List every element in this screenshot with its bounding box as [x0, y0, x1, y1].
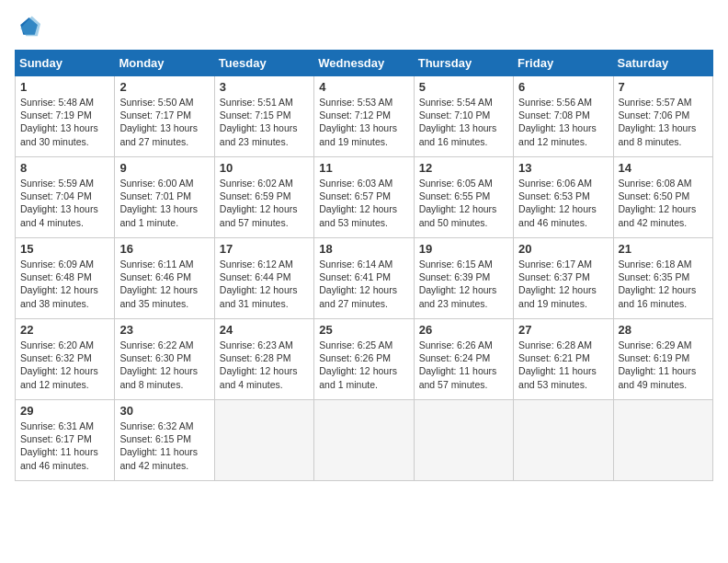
- calendar-header-row: SundayMondayTuesdayWednesdayThursdayFrid…: [16, 51, 713, 76]
- week-row-5: 29Sunrise: 6:31 AM Sunset: 6:17 PM Dayli…: [16, 400, 713, 481]
- empty-cell: [414, 400, 513, 481]
- logo-icon: [15, 15, 40, 40]
- day-number: 16: [119, 242, 209, 256]
- day-number: 17: [220, 242, 309, 256]
- day-number: 27: [518, 323, 608, 337]
- empty-cell: [214, 400, 313, 481]
- day-header-sunday: Sunday: [16, 51, 115, 76]
- day-info: Sunrise: 5:59 AM Sunset: 7:04 PM Dayligh…: [20, 177, 109, 229]
- logo: [15, 15, 44, 40]
- day-info: Sunrise: 6:05 AM Sunset: 6:55 PM Dayligh…: [419, 177, 508, 229]
- day-info: Sunrise: 5:56 AM Sunset: 7:08 PM Dayligh…: [518, 96, 608, 148]
- day-number: 26: [419, 323, 508, 337]
- day-info: Sunrise: 6:25 AM Sunset: 6:26 PM Dayligh…: [319, 339, 408, 391]
- day-cell-28: 28Sunrise: 6:29 AM Sunset: 6:19 PM Dayli…: [613, 319, 712, 400]
- day-info: Sunrise: 5:53 AM Sunset: 7:12 PM Dayligh…: [319, 96, 408, 148]
- day-number: 21: [619, 242, 708, 256]
- day-cell-14: 14Sunrise: 6:08 AM Sunset: 6:50 PM Dayli…: [613, 157, 712, 238]
- day-number: 30: [119, 404, 209, 418]
- day-header-thursday: Thursday: [414, 51, 513, 76]
- week-row-3: 15Sunrise: 6:09 AM Sunset: 6:48 PM Dayli…: [16, 238, 713, 319]
- day-number: 22: [20, 323, 109, 337]
- day-number: 20: [518, 242, 608, 256]
- day-header-friday: Friday: [514, 51, 613, 76]
- day-info: Sunrise: 6:32 AM Sunset: 6:15 PM Dayligh…: [119, 419, 209, 472]
- day-cell-29: 29Sunrise: 6:31 AM Sunset: 6:17 PM Dayli…: [16, 400, 115, 481]
- day-info: Sunrise: 5:57 AM Sunset: 7:06 PM Dayligh…: [619, 96, 708, 148]
- empty-cell: [613, 400, 712, 481]
- day-info: Sunrise: 5:48 AM Sunset: 7:19 PM Dayligh…: [20, 96, 109, 148]
- day-info: Sunrise: 6:22 AM Sunset: 6:30 PM Dayligh…: [119, 339, 209, 391]
- day-header-wednesday: Wednesday: [314, 51, 414, 76]
- day-cell-17: 17Sunrise: 6:12 AM Sunset: 6:44 PM Dayli…: [214, 238, 313, 319]
- day-header-saturday: Saturday: [613, 51, 712, 76]
- day-info: Sunrise: 6:18 AM Sunset: 6:35 PM Dayligh…: [619, 258, 708, 310]
- day-number: 13: [518, 161, 608, 175]
- day-number: 9: [119, 161, 209, 175]
- day-number: 5: [419, 80, 508, 94]
- day-info: Sunrise: 6:29 AM Sunset: 6:19 PM Dayligh…: [619, 339, 708, 391]
- day-cell-11: 11Sunrise: 6:03 AM Sunset: 6:57 PM Dayli…: [314, 157, 414, 238]
- day-number: 3: [220, 80, 309, 94]
- day-cell-4: 4Sunrise: 5:53 AM Sunset: 7:12 PM Daylig…: [314, 76, 414, 157]
- day-number: 29: [20, 404, 109, 418]
- day-cell-3: 3Sunrise: 5:51 AM Sunset: 7:15 PM Daylig…: [214, 76, 313, 157]
- day-info: Sunrise: 6:14 AM Sunset: 6:41 PM Dayligh…: [319, 258, 408, 310]
- day-cell-10: 10Sunrise: 6:02 AM Sunset: 6:59 PM Dayli…: [214, 157, 313, 238]
- day-info: Sunrise: 6:08 AM Sunset: 6:50 PM Dayligh…: [619, 177, 708, 229]
- week-row-4: 22Sunrise: 6:20 AM Sunset: 6:32 PM Dayli…: [16, 319, 713, 400]
- day-number: 19: [419, 242, 508, 256]
- day-info: Sunrise: 5:54 AM Sunset: 7:10 PM Dayligh…: [419, 96, 508, 148]
- day-cell-22: 22Sunrise: 6:20 AM Sunset: 6:32 PM Dayli…: [16, 319, 115, 400]
- day-number: 11: [319, 161, 408, 175]
- day-info: Sunrise: 6:11 AM Sunset: 6:46 PM Dayligh…: [119, 258, 209, 310]
- day-number: 25: [319, 323, 408, 337]
- day-number: 14: [619, 161, 708, 175]
- day-number: 2: [119, 80, 209, 94]
- empty-cell: [314, 400, 414, 481]
- day-cell-25: 25Sunrise: 6:25 AM Sunset: 6:26 PM Dayli…: [314, 319, 414, 400]
- day-info: Sunrise: 6:15 AM Sunset: 6:39 PM Dayligh…: [419, 258, 508, 310]
- day-number: 10: [220, 161, 309, 175]
- day-cell-8: 8Sunrise: 5:59 AM Sunset: 7:04 PM Daylig…: [16, 157, 115, 238]
- page-header: [15, 15, 713, 40]
- day-header-tuesday: Tuesday: [214, 51, 313, 76]
- day-info: Sunrise: 6:06 AM Sunset: 6:53 PM Dayligh…: [518, 177, 608, 229]
- day-info: Sunrise: 6:12 AM Sunset: 6:44 PM Dayligh…: [220, 258, 309, 310]
- day-cell-15: 15Sunrise: 6:09 AM Sunset: 6:48 PM Dayli…: [16, 238, 115, 319]
- day-number: 12: [419, 161, 508, 175]
- day-cell-12: 12Sunrise: 6:05 AM Sunset: 6:55 PM Dayli…: [414, 157, 513, 238]
- day-header-monday: Monday: [115, 51, 214, 76]
- day-info: Sunrise: 6:28 AM Sunset: 6:21 PM Dayligh…: [518, 339, 608, 391]
- day-number: 28: [619, 323, 708, 337]
- day-cell-24: 24Sunrise: 6:23 AM Sunset: 6:28 PM Dayli…: [214, 319, 313, 400]
- day-info: Sunrise: 6:02 AM Sunset: 6:59 PM Dayligh…: [220, 177, 309, 229]
- day-cell-30: 30Sunrise: 6:32 AM Sunset: 6:15 PM Dayli…: [115, 400, 214, 481]
- day-cell-23: 23Sunrise: 6:22 AM Sunset: 6:30 PM Dayli…: [115, 319, 214, 400]
- day-number: 1: [20, 80, 109, 94]
- day-number: 18: [319, 242, 408, 256]
- day-cell-13: 13Sunrise: 6:06 AM Sunset: 6:53 PM Dayli…: [514, 157, 613, 238]
- day-info: Sunrise: 6:03 AM Sunset: 6:57 PM Dayligh…: [319, 177, 408, 229]
- day-cell-7: 7Sunrise: 5:57 AM Sunset: 7:06 PM Daylig…: [613, 76, 712, 157]
- day-info: Sunrise: 6:20 AM Sunset: 6:32 PM Dayligh…: [20, 339, 109, 391]
- day-cell-27: 27Sunrise: 6:28 AM Sunset: 6:21 PM Dayli…: [514, 319, 613, 400]
- day-number: 24: [220, 323, 309, 337]
- calendar-table: SundayMondayTuesdayWednesdayThursdayFrid…: [15, 50, 713, 481]
- day-number: 23: [119, 323, 209, 337]
- day-cell-6: 6Sunrise: 5:56 AM Sunset: 7:08 PM Daylig…: [514, 76, 613, 157]
- day-cell-2: 2Sunrise: 5:50 AM Sunset: 7:17 PM Daylig…: [115, 76, 214, 157]
- day-number: 15: [20, 242, 109, 256]
- day-cell-20: 20Sunrise: 6:17 AM Sunset: 6:37 PM Dayli…: [514, 238, 613, 319]
- day-cell-1: 1Sunrise: 5:48 AM Sunset: 7:19 PM Daylig…: [16, 76, 115, 157]
- day-cell-9: 9Sunrise: 6:00 AM Sunset: 7:01 PM Daylig…: [115, 157, 214, 238]
- day-info: Sunrise: 5:51 AM Sunset: 7:15 PM Dayligh…: [220, 96, 309, 148]
- week-row-2: 8Sunrise: 5:59 AM Sunset: 7:04 PM Daylig…: [16, 157, 713, 238]
- day-info: Sunrise: 6:31 AM Sunset: 6:17 PM Dayligh…: [20, 419, 109, 472]
- week-row-1: 1Sunrise: 5:48 AM Sunset: 7:19 PM Daylig…: [16, 76, 713, 157]
- day-info: Sunrise: 6:00 AM Sunset: 7:01 PM Dayligh…: [119, 177, 209, 229]
- empty-cell: [514, 400, 613, 481]
- day-info: Sunrise: 6:09 AM Sunset: 6:48 PM Dayligh…: [20, 258, 109, 310]
- day-cell-26: 26Sunrise: 6:26 AM Sunset: 6:24 PM Dayli…: [414, 319, 513, 400]
- day-cell-21: 21Sunrise: 6:18 AM Sunset: 6:35 PM Dayli…: [613, 238, 712, 319]
